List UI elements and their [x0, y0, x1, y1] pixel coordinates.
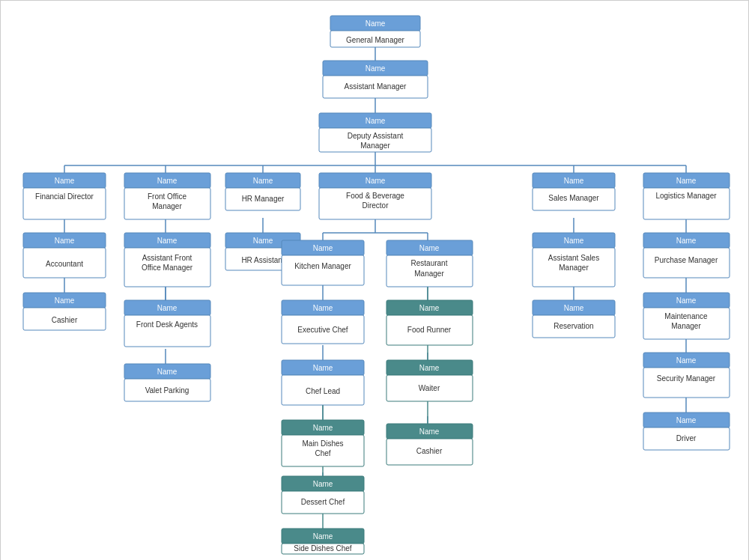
cashier-rest-role: Cashier — [416, 447, 443, 455]
secm-label: Name — [676, 356, 697, 365]
dc-label: Name — [313, 480, 333, 488]
node-asst-sales-manager: Name Assistant Sales Manager — [533, 233, 615, 287]
hra-role: HR Assistant — [241, 256, 284, 264]
gm-role: General Manager — [346, 36, 404, 44]
lm-role: Logistics Manager — [655, 192, 717, 200]
driver-role: Driver — [676, 434, 697, 442]
node-waiter: Name Waiter — [386, 360, 473, 401]
rm-role: Restaurant — [411, 259, 448, 267]
sm-role: Sales Manager — [548, 194, 599, 202]
sm-label: Name — [564, 177, 584, 185]
cashier-fin-label: Name — [55, 296, 75, 305]
driver-label: Name — [676, 416, 697, 424]
fbd-role: Food & Beverage — [346, 192, 404, 200]
km-role: Kitchen Manager — [294, 262, 351, 270]
acc-role: Accountant — [46, 260, 83, 268]
node-assistant-manager: Name Assistant Manager — [323, 61, 428, 98]
km-label: Name — [313, 244, 333, 252]
asm-role2: Manager — [559, 264, 589, 272]
fr-label: Name — [419, 304, 440, 312]
org-chart-svg: Name General Manager Name Assistant Mana… — [8, 8, 742, 555]
node-driver: Name Driver — [643, 413, 730, 450]
afom-role2: Office Manager — [142, 264, 193, 272]
dam-role: Deputy Assistant — [348, 132, 404, 140]
fbd-label: Name — [366, 177, 386, 185]
node-main-dishes-chef: Name Main Dishes Chef — [282, 420, 364, 466]
node-chef-lead: Name Chef Lead — [282, 360, 364, 405]
hrm-label: Name — [253, 177, 273, 185]
cashier-fin-role: Cashier — [52, 316, 78, 324]
svg-rect-62 — [282, 255, 364, 285]
node-valet-parking: Name Valet Parking — [124, 364, 210, 401]
res-role: Reservation — [554, 322, 593, 330]
mdc-role2: Chef — [315, 449, 330, 457]
node-general-manager: Name General Manager — [330, 16, 420, 47]
fd-role: Financial Director — [35, 192, 94, 201]
node-restaurant-manager: Name Restaurant Manager — [386, 240, 473, 287]
svg-rect-95 — [643, 368, 730, 398]
node-purchase-manager: Name Purchase Manager — [643, 233, 730, 278]
cl-role: Chef Lead — [306, 387, 340, 395]
node-front-desk-agents: Name Front Desk Agents — [124, 300, 210, 347]
node-hr-manager: Name HR Manager — [225, 173, 300, 210]
node-deputy-assistant: Name Deputy Assistant Manager — [319, 113, 431, 152]
node-reservation: Name Reservation — [533, 300, 615, 338]
pm-label: Name — [676, 237, 697, 245]
waiter-label: Name — [419, 364, 440, 372]
gm-label: Name — [366, 19, 386, 28]
dc-role: Dessert Chef — [301, 498, 345, 506]
acc-label: Name — [55, 237, 75, 245]
sdc-label: Name — [313, 532, 333, 541]
mm-role: Maintenance — [664, 312, 708, 320]
node-food-beverage-director: Name Food & Beverage Director — [319, 173, 431, 219]
secm-role: Security Manager — [657, 374, 716, 383]
org-chart-container: Name General Manager Name Assistant Mana… — [0, 0, 749, 560]
node-front-office-manager: Name Front Office Manager — [124, 173, 210, 219]
fda-label: Name — [157, 304, 178, 312]
fom-label: Name — [157, 177, 178, 185]
mdc-role: Main Dishes — [302, 439, 343, 448]
node-asst-front-office: Name Assistant Front Office Manager — [124, 233, 210, 287]
fda-role: Front Desk Agents — [136, 320, 198, 329]
node-dessert-chef: Name Dessert Chef — [282, 476, 364, 514]
valet-label: Name — [157, 368, 178, 376]
lm-label: Name — [676, 177, 697, 185]
fd-label: Name — [55, 177, 75, 185]
waiter-role: Waiter — [419, 384, 440, 392]
dam-label: Name — [366, 117, 386, 125]
node-logistics-manager: Name Logistics Manager — [643, 173, 730, 219]
node-kitchen-manager: Name Kitchen Manager — [282, 240, 364, 285]
afom-label: Name — [157, 237, 178, 245]
node-sales-manager: Name Sales Manager — [533, 173, 615, 210]
fom-role: Front Office — [148, 192, 187, 201]
ec-label: Name — [313, 304, 333, 312]
am-role: Assistant Manager — [345, 82, 407, 91]
mdc-label: Name — [313, 424, 333, 432]
node-cashier-financial: Name Cashier — [23, 293, 106, 330]
fom-role2: Manager — [152, 202, 182, 210]
fbd-role2: Director — [362, 201, 389, 210]
fr-role: Food Runner — [407, 326, 452, 334]
node-executive-chef: Name Executive Chef — [282, 300, 364, 344]
asm-label: Name — [564, 237, 584, 245]
cashier-rest-label: Name — [419, 427, 440, 436]
cl-label: Name — [313, 364, 333, 372]
asm-role: Assistant Sales — [548, 254, 599, 262]
node-food-runner: Name Food Runner — [386, 300, 473, 345]
node-side-dishes-chef: Name Side Dishes Chef — [282, 529, 364, 554]
node-accountant: Name Accountant — [23, 233, 106, 278]
hrm-role: HR Manager — [242, 195, 285, 203]
rm-role2: Manager — [414, 270, 444, 278]
valet-role: Valet Parking — [145, 386, 189, 395]
node-cashier-restaurant: Name Cashier — [386, 424, 473, 465]
am-label: Name — [366, 64, 386, 73]
sdc-role: Side Dishes Chef — [294, 544, 351, 553]
mm-label: Name — [676, 296, 697, 305]
node-security-manager: Name Security Manager — [643, 353, 730, 398]
dam-role2: Manager — [360, 141, 390, 150]
afom-role: Assistant Front — [142, 254, 192, 262]
res-label: Name — [564, 304, 584, 312]
node-maintenance-manager: Name Maintenance Manager — [643, 293, 730, 339]
ec-role: Executive Chef — [297, 326, 348, 334]
pm-role: Purchase Manager — [655, 256, 718, 264]
